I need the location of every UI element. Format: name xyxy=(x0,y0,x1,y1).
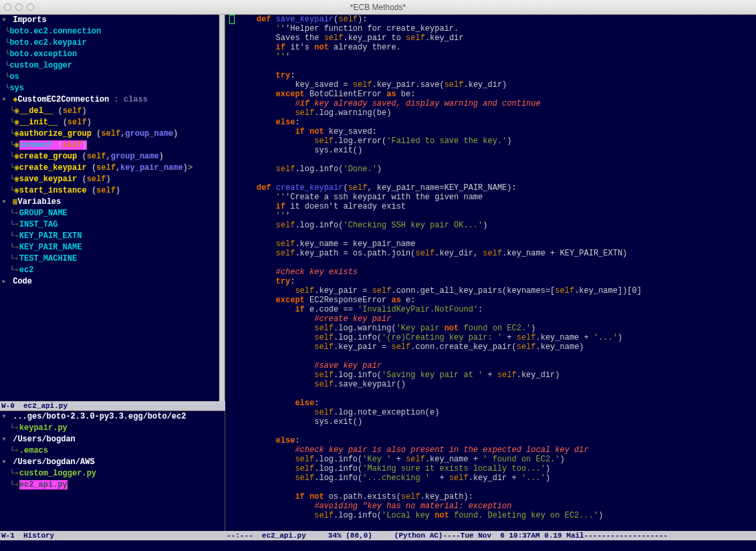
tree-item[interactable]: └▫GROUP_NAME xyxy=(0,208,225,219)
code-line[interactable]: #check key exists xyxy=(237,267,756,277)
tree-item[interactable]: └◉create_keypair (self,key_pair_name)> xyxy=(0,162,225,174)
code-line[interactable]: self.log.info('Done.') xyxy=(237,164,756,174)
tree-item[interactable]: └◉save_keypair (self) xyxy=(0,174,225,185)
code-line[interactable] xyxy=(237,483,756,492)
code-line[interactable]: ''' xyxy=(237,52,756,62)
tree-item[interactable]: └▫INST_TAG xyxy=(0,219,225,231)
window-body: ▾ Imports └boto.ec2.connection └boto.ec2… xyxy=(0,15,756,540)
history-item[interactable]: ▾ ...ges/boto-2.3.0-py3.3.egg/boto/ec2 xyxy=(0,411,225,423)
code-line[interactable]: def create_keypair(self, key_pair_name=K… xyxy=(237,183,756,193)
tree-item[interactable]: └▫ec2 xyxy=(0,265,225,276)
code-line[interactable]: except EC2ResponseError as e: xyxy=(237,296,756,305)
tree-item[interactable]: └custom_logger xyxy=(0,60,225,72)
tree-item[interactable]: ▾ ▦Variables xyxy=(0,197,225,208)
close-window-button[interactable] xyxy=(4,3,11,11)
code-line[interactable] xyxy=(237,427,756,436)
zoom-window-button[interactable] xyxy=(27,3,34,11)
tree-item[interactable]: └◉connect (self) xyxy=(0,140,225,151)
code-line[interactable]: try: xyxy=(237,71,756,80)
code-line[interactable]: self.log.warning(be) xyxy=(237,108,756,118)
minibuffer[interactable] xyxy=(0,540,756,551)
code-line[interactable]: sys.exit() xyxy=(237,417,756,427)
code-line[interactable]: self.log.error('Failed to save the key.'… xyxy=(237,136,756,146)
history-item[interactable]: └▫custom_logger.py xyxy=(0,468,225,479)
tree-item[interactable]: └◉create_group (self,group_name) xyxy=(0,151,225,162)
tree-item[interactable]: └boto.ec2.connection xyxy=(0,26,225,37)
code-line[interactable]: #check key pair is also present in the e… xyxy=(237,445,756,455)
tree-item[interactable]: └▫TEST_MACHINE xyxy=(0,253,225,265)
tree-item[interactable]: ▾ Imports xyxy=(0,15,225,26)
tree-item[interactable]: └◉authorize_group (self,group_name) xyxy=(0,128,225,140)
history-item[interactable]: └▫keypair.py xyxy=(0,423,225,434)
tree-item[interactable]: └sys xyxy=(0,83,225,94)
code-line[interactable]: if not key_saved: xyxy=(237,127,756,136)
code-line[interactable]: self.log.info('Key ' + self.key_name + '… xyxy=(237,455,756,464)
code-line[interactable]: sys.exit() xyxy=(237,146,756,155)
tree-item[interactable]: └boto.ec2.keypair xyxy=(0,37,225,49)
methods-statusbar: W-0 ec2_api.py xyxy=(0,401,225,411)
code-line[interactable]: Saves the self.key_pair to self.key_dir xyxy=(237,33,756,43)
code-line[interactable]: if it's not already there. xyxy=(237,43,756,52)
code-line[interactable]: else: xyxy=(237,399,756,408)
code-line[interactable]: self.log.info('Checking SSH key pair OK.… xyxy=(237,221,756,230)
tree-item[interactable]: └◉start_instance (self) xyxy=(0,185,225,197)
scrollbar[interactable] xyxy=(219,15,225,401)
code-line[interactable]: except BotoClientError as be: xyxy=(237,90,756,99)
code-line[interactable]: if it doesn't already exist xyxy=(237,202,756,211)
code-statusbar: --:--- ec2_api.py 34% (86,0) (Python AC)… xyxy=(225,531,756,540)
history-item[interactable]: └▫.emacs xyxy=(0,445,225,457)
history-item[interactable]: ▾ /Users/bogdan xyxy=(0,434,225,445)
history-panel[interactable]: ▾ ...ges/boto-2.3.0-py3.3.egg/boto/ec2 └… xyxy=(0,411,225,531)
code-line[interactable] xyxy=(237,174,756,183)
code-line[interactable]: else: xyxy=(237,118,756,127)
code-line[interactable]: self.key_path = os.path.join(self.key_di… xyxy=(237,249,756,258)
code-line[interactable]: self.log.info('Saving key pair at ' + se… xyxy=(237,370,756,380)
code-line[interactable]: self.log.note_exception(e) xyxy=(237,408,756,417)
code-line[interactable]: if e.code == 'InvalidKeyPair.NotFound': xyxy=(237,305,756,314)
code-line[interactable]: ''' xyxy=(237,211,756,221)
code-line[interactable]: self.key_pair = self.conn.create_key_pai… xyxy=(237,342,756,352)
minimize-window-button[interactable] xyxy=(15,3,23,11)
code-line[interactable] xyxy=(237,230,756,239)
code-panel[interactable]: def save_keypair(self): '''Helper functi… xyxy=(225,15,756,540)
history-item[interactable]: ▾ /Users/bogdan/AWS xyxy=(0,457,225,468)
code-line[interactable]: self.log.info('(re)Creating key pair: ' … xyxy=(237,333,756,342)
tree-item[interactable]: ▸ Code xyxy=(0,276,225,288)
tree-item[interactable]: └▫KEY_PAIR_NAME xyxy=(0,242,225,253)
code-line[interactable] xyxy=(237,258,756,267)
code-line[interactable]: else: xyxy=(237,436,756,445)
tree-item[interactable]: └◉__init__ (self) xyxy=(0,117,225,128)
code-line[interactable]: #if key already saved, display warning a… xyxy=(237,99,756,108)
tree-item[interactable]: └os xyxy=(0,72,225,83)
window-titlebar: *ECB Methods* xyxy=(0,0,756,15)
cursor-indicator xyxy=(229,15,235,24)
code-line[interactable]: #create key pair xyxy=(237,314,756,324)
code-line[interactable]: if not os.path.exists(self.key_path): xyxy=(237,492,756,502)
code-line[interactable]: self.log.info('...checking ' + self.key_… xyxy=(237,473,756,483)
code-line[interactable]: key_saved = self.key_pair.save(self.key_… xyxy=(237,80,756,90)
code-line[interactable]: self.log.info('Local key not found. Dele… xyxy=(237,511,756,520)
code-line[interactable]: #avoiding "key has no material: exceptio… xyxy=(237,502,756,511)
tree-item[interactable]: └▫KEY_PAIR_EXTN xyxy=(0,231,225,242)
code-line[interactable]: self.log.warning('Key pair not found on … xyxy=(237,324,756,333)
code-line[interactable]: #save key pair xyxy=(237,361,756,370)
tree-item[interactable]: └boto.exception xyxy=(0,49,225,60)
code-line[interactable] xyxy=(237,62,756,71)
code-line[interactable]: try: xyxy=(237,277,756,286)
history-statusbar: W-1 History xyxy=(0,531,225,540)
code-line[interactable] xyxy=(237,352,756,361)
code-line[interactable]: self.key_pair = self.conn.get_all_key_pa… xyxy=(237,286,756,296)
methods-panel[interactable]: ▾ Imports └boto.ec2.connection └boto.ec2… xyxy=(0,15,225,401)
code-line[interactable]: self.save_keypair() xyxy=(237,380,756,389)
code-line[interactable]: def save_keypair(self): xyxy=(237,15,756,24)
code-line[interactable] xyxy=(237,155,756,164)
code-line[interactable]: self.key_name = key_pair_name xyxy=(237,239,756,249)
code-line[interactable] xyxy=(237,389,756,399)
window-title: *ECB Methods* xyxy=(350,3,406,12)
history-item[interactable]: └▫ec2_api.py xyxy=(0,479,225,491)
code-line[interactable]: self.log.info('Making sure it exists loc… xyxy=(237,464,756,473)
tree-item[interactable]: └◉__del__ (self) xyxy=(0,106,225,117)
code-line[interactable]: '''Create a ssh keypair with the given n… xyxy=(237,193,756,202)
tree-item[interactable]: ▾ ◆CustomEC2Connection : class xyxy=(0,94,225,106)
code-line[interactable]: '''Helper function for create_keypair. xyxy=(237,24,756,33)
